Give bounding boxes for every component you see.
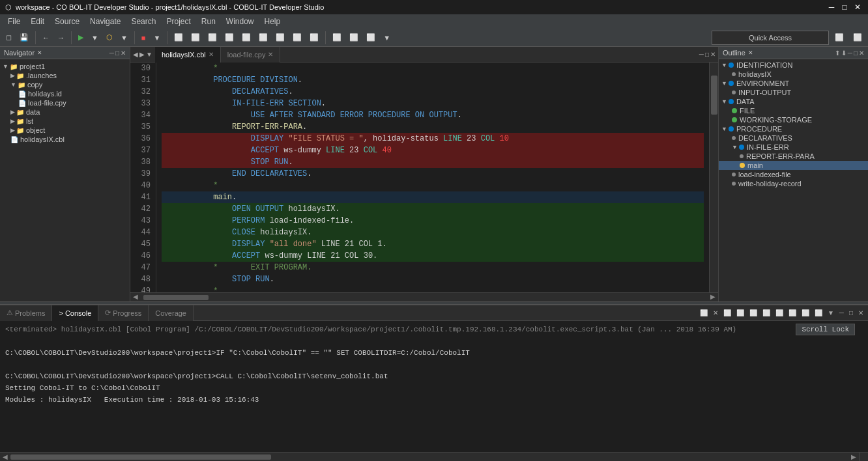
outline-input-output[interactable]: INPUT-OUTPUT xyxy=(719,88,868,97)
tree-item-project1[interactable]: ▼ 📁 project1 xyxy=(0,62,130,71)
tab-holidaysix-cbl[interactable]: holidaysIX.cbl ✕ xyxy=(155,47,221,63)
outline-file[interactable]: FILE xyxy=(719,106,868,115)
console-hscroll-right[interactable]: ▶ xyxy=(848,453,859,460)
console-vscroll[interactable] xyxy=(859,453,868,461)
hscroll-right[interactable]: ▶ xyxy=(708,293,718,301)
console-ctrl4[interactable]: ⬜ xyxy=(734,309,746,317)
outline-holidaysix[interactable]: holidaysIX xyxy=(719,70,868,79)
outline-close[interactable]: ✕ xyxy=(859,49,864,57)
outline-data[interactable]: ▼ DATA xyxy=(719,97,868,106)
toolbar-debug[interactable]: ⬡ xyxy=(103,31,116,45)
console-ctrl8[interactable]: ⬜ xyxy=(787,309,798,317)
toolbar-btn6[interactable]: ⬜ xyxy=(255,31,271,45)
tree-item-launches[interactable]: ▶ 📁 .launches xyxy=(0,71,130,80)
outline-ctrl2[interactable]: ⬇ xyxy=(841,49,846,57)
console-hscroll-track[interactable] xyxy=(10,454,848,460)
console-ctrl9[interactable]: ⬜ xyxy=(800,309,811,317)
toolbar-btn4[interactable]: ⬜ xyxy=(222,31,237,45)
outline-ctrl1[interactable]: ⬆ xyxy=(835,49,840,57)
toolbar-btn13[interactable]: ▼ xyxy=(380,31,394,45)
console-hscroll[interactable]: ◀ ▶ xyxy=(0,453,859,461)
nav-maximize-btn[interactable]: □ xyxy=(115,49,119,57)
nav-close-btn[interactable]: ✕ xyxy=(121,49,126,57)
console-ctrl7[interactable]: ⬜ xyxy=(774,309,785,317)
toolbar-save[interactable]: 💾 xyxy=(16,31,32,45)
outline-environment[interactable]: ▼ ENVIRONMENT xyxy=(719,79,868,88)
tab-problems[interactable]: ⚠ Problems xyxy=(0,305,52,321)
outline-declaratives[interactable]: DECLARATIVES xyxy=(719,133,868,143)
toolbar-new[interactable]: ◻ xyxy=(3,31,15,45)
console-ctrl6[interactable]: ⬜ xyxy=(760,309,772,317)
tab-nav-left[interactable]: ◀ xyxy=(133,51,138,58)
toolbar-layout2[interactable]: ⬜ xyxy=(850,31,865,45)
tab-load-file-cpy[interactable]: load-file.cpy ✕ xyxy=(221,47,281,63)
close-button[interactable]: ✕ xyxy=(852,3,863,12)
tab-console[interactable]: > Console xyxy=(52,305,98,321)
menu-help[interactable]: Help xyxy=(259,16,286,27)
console-ctrl11[interactable]: ▼ xyxy=(826,309,836,317)
scrollbar-thumb-v[interactable] xyxy=(711,76,717,115)
tab-holidaysix-close[interactable]: ✕ xyxy=(209,51,214,58)
tab-max[interactable]: □ xyxy=(705,51,709,58)
toolbar-stop[interactable]: ■ xyxy=(138,31,149,45)
console-ctrl1[interactable]: ⬜ xyxy=(698,309,710,317)
outline-identification[interactable]: ▼ IDENTIFICATION xyxy=(719,61,868,70)
menu-navigate[interactable]: Navigate xyxy=(85,16,126,27)
toolbar-btn1[interactable]: ⬜ xyxy=(171,31,186,45)
toolbar-btn2[interactable]: ⬜ xyxy=(188,31,203,45)
tab-min[interactable]: ─ xyxy=(699,51,704,58)
editor-scrollbar-vertical[interactable] xyxy=(709,63,718,292)
hscroll-track[interactable] xyxy=(141,293,708,301)
toolbar-run-dropdown[interactable]: ▼ xyxy=(88,31,102,45)
toolbar-btn12[interactable]: ⬜ xyxy=(363,31,379,45)
tab-nav-list[interactable]: ▼ xyxy=(146,51,152,58)
console-close[interactable]: ✕ xyxy=(856,309,865,317)
outline-maximize[interactable]: □ xyxy=(854,49,858,57)
console-ctrl2[interactable]: ✕ xyxy=(711,309,720,317)
quick-access-input[interactable]: Quick Access xyxy=(712,31,829,45)
toolbar-btn8[interactable]: ⬜ xyxy=(289,31,305,45)
tab-progress[interactable]: ⟳ Progress xyxy=(98,305,149,321)
maximize-button[interactable]: □ xyxy=(839,3,850,12)
outline-write-holiday-record[interactable]: write-holiday-record xyxy=(719,179,868,188)
tab-coverage[interactable]: Coverage xyxy=(149,305,194,321)
outline-in-file-err[interactable]: ▼ IN-FILE-ERR xyxy=(719,143,868,152)
tree-item-holidays-id[interactable]: 📄 holidays.id xyxy=(0,89,130,98)
tree-item-holidaysix-cbl[interactable]: 📄 holidaysIX.cbl xyxy=(0,135,130,144)
toolbar-btn11[interactable]: ⬜ xyxy=(346,31,362,45)
toolbar-btn10[interactable]: ⬜ xyxy=(329,31,345,45)
outline-report-err-para[interactable]: REPORT-ERR-PARA xyxy=(719,152,868,161)
menu-edit[interactable]: Edit xyxy=(25,16,50,27)
toolbar-forward[interactable]: → xyxy=(54,31,68,45)
menu-project[interactable]: Project xyxy=(161,16,195,27)
console-ctrl3[interactable]: ⬜ xyxy=(721,309,733,317)
console-ctrl10[interactable]: ⬜ xyxy=(813,309,824,317)
console-min[interactable]: ─ xyxy=(837,309,846,317)
hscroll-thumb[interactable] xyxy=(143,295,209,300)
menu-window[interactable]: Window xyxy=(221,16,259,27)
minimize-button[interactable]: ─ xyxy=(826,3,837,12)
tree-item-data[interactable]: ▶ 📁 data xyxy=(0,107,130,117)
menu-search[interactable]: Search xyxy=(126,16,161,27)
hscroll-left[interactable]: ◀ xyxy=(130,293,141,301)
outline-working-storage[interactable]: WORKING-STORAGE xyxy=(719,115,868,124)
tree-item-lst[interactable]: ▶ 📁 lst xyxy=(0,117,130,126)
menu-source[interactable]: Source xyxy=(50,16,85,27)
console-max[interactable]: □ xyxy=(847,309,855,317)
toolbar-run[interactable]: ▶ xyxy=(75,31,87,45)
toolbar-btn3[interactable]: ⬜ xyxy=(205,31,220,45)
tree-item-copy[interactable]: ▼ 📁 copy xyxy=(0,80,130,89)
menu-file[interactable]: File xyxy=(3,16,25,27)
tab-load-file-close[interactable]: ✕ xyxy=(268,51,273,58)
toolbar-btn9[interactable]: ⬜ xyxy=(306,31,322,45)
toolbar-btn7[interactable]: ⬜ xyxy=(272,31,288,45)
tree-item-object[interactable]: ▶ 📁 object xyxy=(0,126,130,135)
outline-procedure[interactable]: ▼ PROCEDURE xyxy=(719,124,868,133)
nav-minimize-btn[interactable]: ─ xyxy=(109,49,114,57)
tab-nav-right[interactable]: ▶ xyxy=(139,51,145,58)
toolbar-debug-dropdown[interactable]: ▼ xyxy=(117,31,131,45)
toolbar-layout1[interactable]: ⬜ xyxy=(832,31,847,45)
code-content[interactable]: * PROCEDURE DIVISION. DECLARATIVES. IN-F… xyxy=(156,63,709,292)
outline-minimize[interactable]: ─ xyxy=(848,49,852,57)
console-ctrl5[interactable]: ⬜ xyxy=(747,309,759,317)
